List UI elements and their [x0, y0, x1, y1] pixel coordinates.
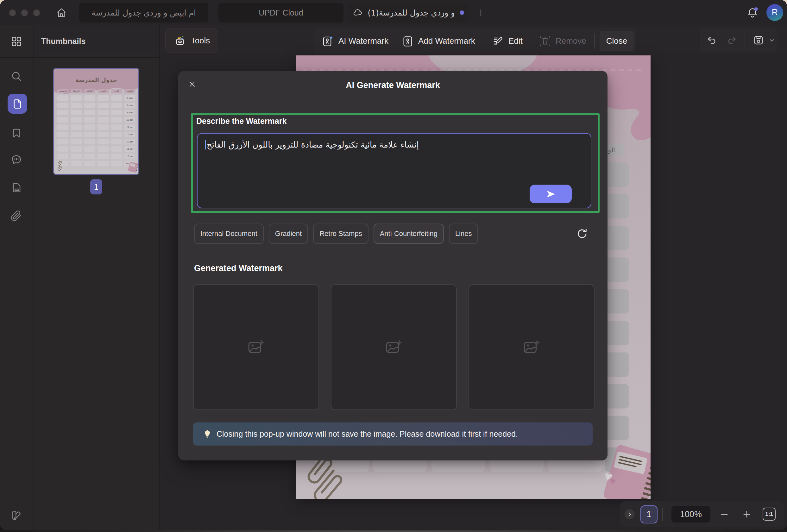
ai-watermark-icon [322, 35, 334, 47]
thumbnail-cell [111, 139, 122, 144]
zoom-out-button[interactable] [720, 510, 729, 519]
tools-button[interactable]: Tools [165, 28, 218, 53]
thumbnail-cell [111, 103, 122, 108]
page-table-cell [605, 321, 629, 345]
avatar[interactable]: R [766, 4, 783, 21]
thumbnail-column-header: الثلاثاء [84, 89, 95, 93]
page-table-cell [605, 226, 629, 250]
thumbnail-cell [70, 139, 82, 144]
image-sparkle-icon [246, 337, 267, 358]
thumbnail-time-label: 8 am [124, 103, 135, 108]
thumbnail-cell [70, 132, 82, 137]
thumbnail-cell [98, 161, 109, 166]
new-tab-button[interactable] [475, 7, 486, 18]
thumbnail-cell [98, 125, 109, 130]
tab-updf-cloud[interactable]: UPDF Cloud [218, 3, 343, 22]
save-divider [745, 34, 745, 46]
thumbnail-cell [57, 139, 68, 144]
next-page-button[interactable] [624, 509, 635, 519]
edit-icon [492, 35, 504, 47]
controls-divider [662, 508, 663, 521]
lightbulb-icon [203, 429, 212, 439]
thumbnail-cell [70, 161, 82, 166]
page-controls: 1 100% 1:1 [620, 501, 784, 527]
ai-watermark-label: AI Watermark [338, 36, 388, 46]
generated-watermark-grid [193, 284, 595, 410]
save-group [700, 28, 778, 52]
close-button[interactable]: Close [600, 31, 634, 51]
sidebar-item-comments[interactable] [10, 153, 23, 166]
thumbnail-cell [98, 95, 109, 101]
page-number-badge[interactable]: 1 [90, 179, 102, 194]
page-number: 1 [94, 182, 99, 192]
thumbnail-cell [57, 132, 68, 137]
thumbnail-cell [57, 146, 68, 152]
sidebar-item-bookmarks[interactable] [10, 127, 22, 139]
thumbnail-time-label: 11 am [124, 146, 135, 152]
page-number-input[interactable]: 1 [640, 505, 658, 524]
tag-anti-counterfeiting[interactable]: Anti-Counterfeiting [374, 224, 444, 244]
zoom-level[interactable]: 100% [672, 506, 710, 523]
redo-icon[interactable] [726, 35, 738, 46]
sidebar-item-attachments[interactable] [10, 210, 22, 222]
traffic-light-close[interactable] [9, 9, 16, 16]
thumbnail-cell [111, 110, 122, 115]
watermark-toolbar: AI Watermark Add Watermark Edit [313, 28, 636, 54]
spiral-binding [645, 482, 651, 486]
thumbnail-notebook-decoration [128, 162, 138, 173]
thumbnail-column-header: الأربعاء [70, 89, 82, 93]
zoom-in-button[interactable] [742, 510, 751, 519]
traffic-light-minimize[interactable] [21, 9, 28, 16]
sidebar-item-swatches[interactable] [10, 509, 23, 522]
thumbnail-cell [84, 139, 95, 144]
thumbnail-cell [84, 161, 95, 166]
generated-watermark-placeholder[interactable] [469, 284, 595, 410]
titlebar: ام ابيض و وردي جدول للمدرسة UPDF Cloud و… [0, 0, 787, 25]
thumbnail-cell [111, 161, 122, 166]
add-watermark-label: Add Watermark [418, 36, 475, 46]
thumbnail-cell [98, 139, 109, 144]
page-table-cell [605, 257, 629, 282]
unsaved-dot [460, 10, 464, 15]
tab-document-active-label: و وردي جدول للمدرسة(1) [368, 8, 455, 17]
zoom-value: 100% [680, 510, 702, 519]
thumbnail-time-label: 10 am [124, 117, 135, 123]
sidebar-item-pages[interactable] [10, 182, 22, 194]
remove-button[interactable]: Remove [539, 28, 586, 54]
save-options-chevron-icon[interactable] [768, 37, 775, 44]
save-icon[interactable] [753, 35, 764, 46]
page-table-cell [605, 194, 629, 218]
add-watermark-button[interactable]: Add Watermark [401, 28, 475, 54]
tab-document-active[interactable]: و وردي جدول للمدرسة(1) [348, 3, 469, 22]
current-page: 1 [646, 510, 651, 519]
tag-retro-stamps[interactable]: Retro Stamps [313, 224, 368, 244]
thumbnail-cell [111, 95, 122, 101]
sidebar-item-search[interactable] [10, 70, 23, 83]
thumbnail-cell [70, 110, 82, 115]
home-icon[interactable] [56, 7, 67, 19]
generated-watermark-placeholder[interactable] [193, 284, 319, 410]
sidebar-item-grid[interactable] [10, 36, 22, 47]
spiral-binding [648, 472, 651, 476]
ai-watermark-button[interactable]: AI Watermark [322, 28, 388, 54]
refresh-tags-icon[interactable] [576, 227, 589, 240]
thumbnail-table: الوقتالأحدالاثنينالثلاثاءالأربعاءالخميس7… [57, 89, 135, 166]
sidebar-item-thumbnails[interactable] [7, 94, 27, 114]
tag-gradient[interactable]: Gradient [269, 224, 308, 244]
traffic-light-zoom[interactable] [33, 9, 40, 16]
actual-size-button[interactable]: 1:1 [763, 508, 775, 520]
thumbnail-column-header: الخميس [57, 89, 68, 93]
annotation-highlight [191, 113, 600, 213]
edit-button[interactable]: Edit [492, 28, 523, 54]
thumbnail-cell [98, 146, 109, 152]
page-thumbnail[interactable]: جدول المدرسة الوقتالأحدالاثنينالثلاثاءال… [53, 68, 139, 175]
thumbnail-cell [57, 95, 68, 101]
undo-icon[interactable] [706, 35, 717, 46]
cloud-icon [353, 7, 363, 18]
tab-document-1[interactable]: ام ابيض و وردي جدول للمدرسة [79, 3, 208, 22]
generated-watermark-placeholder[interactable] [331, 284, 457, 410]
generated-heading: Generated Watermark [194, 263, 283, 273]
tag-internal-document[interactable]: Internal Document [194, 224, 264, 244]
tag-lines[interactable]: Lines [449, 224, 478, 244]
spiral-binding [647, 477, 651, 481]
